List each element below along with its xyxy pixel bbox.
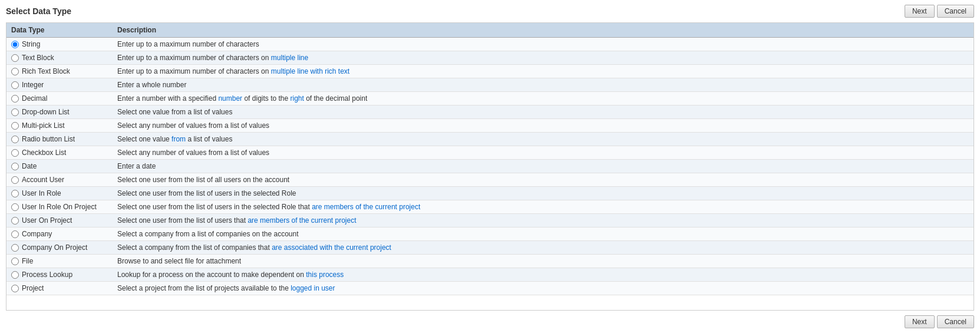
table-row[interactable]: Checkbox ListSelect any number of values… (6, 146, 974, 160)
cancel-button-top[interactable]: Cancel (937, 5, 974, 18)
table-row[interactable]: Radio button ListSelect one value from a… (6, 133, 974, 146)
radio-input[interactable] (11, 190, 19, 197)
col-header-description: Description (113, 23, 974, 38)
radio-input[interactable] (11, 149, 19, 157)
type-cell[interactable]: Integer (6, 78, 113, 92)
table-row[interactable]: DateEnter a date (6, 160, 974, 173)
next-button-bottom[interactable]: Next (905, 315, 935, 328)
description-cell: Enter up to a maximum number of characte… (113, 65, 974, 78)
radio-label[interactable]: Integer (11, 81, 108, 89)
type-cell[interactable]: Date (6, 160, 113, 173)
description-cell: Select one user from the list of users i… (113, 200, 974, 214)
description-cell: Enter up to a maximum number of characte… (113, 38, 974, 51)
type-cell[interactable]: Rich Text Block (6, 65, 113, 78)
radio-input[interactable] (11, 203, 19, 211)
radio-label[interactable]: Drop-down List (11, 108, 108, 116)
radio-label[interactable]: Company On Project (11, 243, 108, 252)
type-cell[interactable]: Multi-pick List (6, 119, 113, 133)
type-cell[interactable]: User In Role On Project (6, 200, 113, 214)
table-row[interactable]: User In RoleSelect one user from the lis… (6, 187, 974, 200)
table-row[interactable]: StringEnter up to a maximum number of ch… (6, 38, 974, 51)
radio-input[interactable] (11, 230, 19, 238)
table-row[interactable]: Account UserSelect one user from the lis… (6, 173, 974, 187)
type-cell[interactable]: File (6, 255, 113, 268)
table-row[interactable]: ProjectSelect a project from the list of… (6, 282, 974, 295)
type-cell[interactable]: Company On Project (6, 241, 113, 255)
radio-input[interactable] (11, 41, 19, 48)
radio-input[interactable] (11, 108, 19, 116)
table-row[interactable]: Rich Text BlockEnter up to a maximum num… (6, 65, 974, 78)
desc-text: Enter up to a maximum number of characte… (117, 67, 271, 75)
radio-input[interactable] (11, 122, 19, 130)
radio-input[interactable] (11, 244, 19, 252)
table-row[interactable]: Drop-down ListSelect one value from a li… (6, 105, 974, 119)
table-row[interactable]: User In Role On ProjectSelect one user f… (6, 200, 974, 214)
type-label: Text Block (22, 54, 54, 62)
table-row[interactable]: Text BlockEnter up to a maximum number o… (6, 51, 974, 65)
col-header-data-type: Data Type (6, 23, 113, 38)
table-row[interactable]: FileBrowse to and select file for attach… (6, 255, 974, 268)
type-cell[interactable]: Process Lookup (6, 268, 113, 282)
table-row[interactable]: CompanySelect a company from a list of c… (6, 228, 974, 241)
radio-label[interactable]: User In Role On Project (11, 203, 108, 211)
radio-input[interactable] (11, 136, 19, 143)
table-row[interactable]: Company On ProjectSelect a company from … (6, 241, 974, 255)
radio-label[interactable]: Date (11, 162, 108, 170)
radio-label[interactable]: String (11, 40, 108, 48)
type-cell[interactable]: User On Project (6, 214, 113, 228)
type-cell[interactable]: Checkbox List (6, 146, 113, 160)
type-cell[interactable]: Text Block (6, 51, 113, 65)
radio-label[interactable]: User On Project (11, 216, 108, 225)
description-cell: Select one user from the list of users t… (113, 214, 974, 228)
table-row[interactable]: DecimalEnter a number with a specified n… (6, 92, 974, 105)
type-cell[interactable]: Company (6, 228, 113, 241)
desc-text: Enter a date (117, 162, 156, 170)
radio-label[interactable]: Account User (11, 176, 108, 184)
radio-input[interactable] (11, 217, 19, 225)
radio-input[interactable] (11, 54, 19, 62)
top-bar: Select Data Type Next Cancel (6, 5, 974, 18)
type-cell[interactable]: Decimal (6, 92, 113, 105)
desc-text: Select one user from the list of users i… (117, 203, 312, 211)
type-cell[interactable]: String (6, 38, 113, 51)
type-label: File (22, 257, 33, 265)
table-row[interactable]: Process LookupLookup for a process on th… (6, 268, 974, 282)
table-row[interactable]: User On ProjectSelect one user from the … (6, 214, 974, 228)
radio-label[interactable]: Decimal (11, 94, 108, 103)
type-cell[interactable]: Account User (6, 173, 113, 187)
radio-input[interactable] (11, 285, 19, 292)
desc-text: of digits to the (242, 94, 290, 103)
radio-label[interactable]: Project (11, 284, 108, 292)
radio-input[interactable] (11, 163, 19, 170)
radio-label[interactable]: File (11, 257, 108, 265)
type-cell[interactable]: Project (6, 282, 113, 295)
table-row[interactable]: IntegerEnter a whole number (6, 78, 974, 92)
type-cell[interactable]: Radio button List (6, 133, 113, 146)
radio-label[interactable]: Company (11, 230, 108, 238)
type-cell[interactable]: Drop-down List (6, 105, 113, 119)
radio-label[interactable]: Multi-pick List (11, 121, 108, 130)
type-cell[interactable]: User In Role (6, 187, 113, 200)
description-cell: Select a company from a list of companie… (113, 228, 974, 241)
radio-input[interactable] (11, 176, 19, 184)
radio-label[interactable]: Checkbox List (11, 149, 108, 157)
radio-input[interactable] (11, 258, 19, 265)
radio-input[interactable] (11, 271, 19, 279)
radio-input[interactable] (11, 68, 19, 75)
table-header-row: Data Type Description (6, 23, 974, 38)
radio-label[interactable]: User In Role (11, 189, 108, 197)
cancel-button-bottom[interactable]: Cancel (937, 315, 974, 328)
radio-label[interactable]: Text Block (11, 54, 108, 62)
radio-input[interactable] (11, 95, 19, 103)
description-cell: Enter up to a maximum number of characte… (113, 51, 974, 65)
table-row[interactable]: Multi-pick ListSelect any number of valu… (6, 119, 974, 133)
radio-input[interactable] (11, 81, 19, 89)
desc-text: Enter up to a maximum number of characte… (117, 40, 259, 48)
bottom-bar: Next Cancel (6, 315, 974, 328)
next-button-top[interactable]: Next (905, 5, 935, 18)
desc-text: Enter a number with a specified (117, 94, 218, 103)
radio-label[interactable]: Process Lookup (11, 271, 108, 279)
radio-label[interactable]: Radio button List (11, 135, 108, 143)
radio-label[interactable]: Rich Text Block (11, 67, 108, 75)
desc-text: Select a company from a list of companie… (117, 230, 299, 238)
